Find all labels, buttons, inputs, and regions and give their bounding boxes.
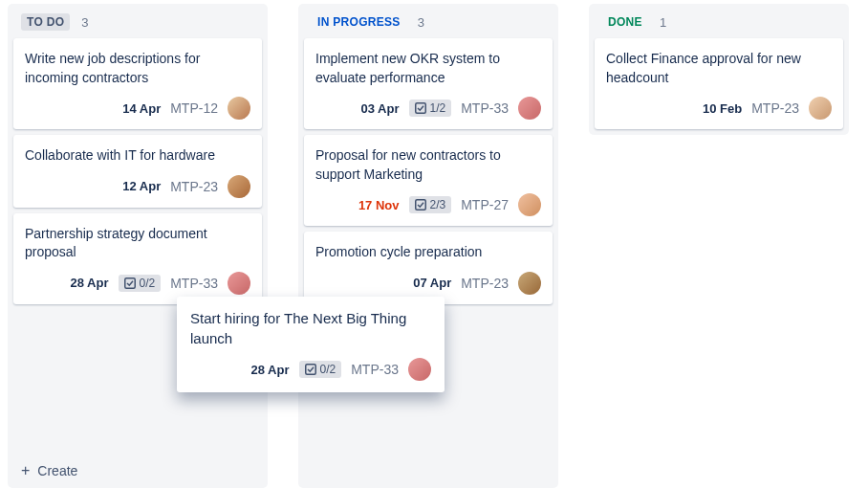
column-header-in-progress: IN PROGRESS 3: [298, 4, 558, 38]
column-header-done: DONE 1: [589, 4, 849, 38]
card[interactable]: Collect Finance approval for new headcou…: [595, 38, 843, 129]
card[interactable]: Proposal for new contractors to support …: [304, 135, 553, 226]
subtask-badge: 0/2: [299, 361, 342, 378]
dragged-card[interactable]: Start hiring for The Next Big Thing laun…: [177, 297, 445, 392]
column-title-in-progress: IN PROGRESS: [312, 13, 406, 31]
card-key: MTP-33: [170, 276, 218, 291]
svg-rect-1: [415, 103, 425, 114]
column-count-in-progress: 3: [418, 15, 424, 30]
card-title: Partnership strategy document proposal: [25, 225, 250, 262]
avatar[interactable]: [518, 193, 541, 216]
checklist-icon: [124, 277, 136, 289]
avatar[interactable]: [518, 97, 541, 120]
subtask-count: 0/2: [320, 363, 336, 376]
column-title-done: DONE: [602, 13, 648, 31]
card-title: Implement new OKR system to evaluate per…: [315, 50, 541, 87]
avatar[interactable]: [408, 358, 431, 381]
cards-todo: Write new job descriptions for incoming …: [8, 38, 268, 310]
column-done: DONE 1 Collect Finance approval for new …: [589, 4, 849, 488]
avatar[interactable]: [518, 272, 541, 295]
card-title: Collect Finance approval for new headcou…: [606, 50, 832, 87]
card-key: MTP-23: [461, 276, 509, 291]
svg-rect-3: [305, 365, 315, 375]
avatar[interactable]: [809, 97, 832, 120]
column-todo: TO DO 3 Write new job descriptions for i…: [8, 4, 268, 488]
card-title: Promotion cycle preparation: [315, 243, 541, 262]
subtask-count: 2/3: [430, 198, 446, 211]
card-footer: 17 Nov 2/3 MTP-27: [315, 193, 541, 216]
avatar[interactable]: [228, 272, 250, 295]
card-date: 28 Apr: [71, 276, 109, 290]
card[interactable]: Promotion cycle preparation 07 Apr MTP-2…: [304, 232, 553, 304]
card-title: Write new job descriptions for incoming …: [25, 50, 250, 87]
card-footer: 12 Apr MTP-23: [25, 175, 250, 198]
plus-icon: +: [21, 463, 30, 478]
card-title: Proposal for new contractors to support …: [315, 146, 541, 184]
card[interactable]: Write new job descriptions for incoming …: [13, 38, 262, 129]
subtask-badge: 1/2: [409, 100, 452, 117]
card-key: MTP-27: [461, 197, 509, 212]
column-in-progress: IN PROGRESS 3 Implement new OKR system t…: [298, 4, 558, 488]
card-date: 03 Apr: [361, 101, 400, 116]
create-button[interactable]: + Create: [8, 454, 268, 488]
card-key: MTP-33: [351, 362, 399, 377]
card-title: Collaborate with IT for hardware: [25, 146, 250, 166]
card-footer: 28 Apr 0/2 MTP-33: [25, 272, 250, 295]
cards-done: Collect Finance approval for new headcou…: [589, 38, 849, 135]
create-label: Create: [37, 463, 77, 478]
card-key: MTP-23: [751, 100, 799, 116]
card[interactable]: Implement new OKR system to evaluate per…: [304, 38, 553, 129]
card-date: 28 Apr: [251, 363, 290, 377]
kanban-board: TO DO 3 Write new job descriptions for i…: [0, 0, 868, 488]
column-count-todo: 3: [81, 15, 88, 30]
card-title: Start hiring for The Next Big Thing laun…: [190, 308, 431, 348]
card-footer: 10 Feb MTP-23: [606, 97, 832, 120]
svg-rect-0: [124, 278, 135, 289]
card-date: 12 Apr: [122, 179, 161, 193]
card[interactable]: Collaborate with IT for hardware 12 Apr …: [13, 135, 262, 208]
subtask-count: 0/2: [140, 277, 156, 290]
card-key: MTP-12: [170, 100, 218, 116]
column-header-todo: TO DO 3: [8, 4, 268, 38]
checklist-icon: [415, 102, 426, 114]
svg-rect-2: [415, 200, 425, 211]
subtask-badge: 0/2: [119, 275, 162, 292]
card-key: MTP-23: [170, 179, 218, 194]
avatar[interactable]: [228, 97, 250, 120]
card-footer: 07 Apr MTP-23: [315, 272, 541, 295]
column-count-done: 1: [660, 15, 666, 30]
checklist-icon: [305, 364, 316, 375]
card-date: 14 Apr: [122, 101, 161, 116]
card-footer: 03 Apr 1/2 MTP-33: [315, 97, 541, 120]
card-date: 17 Nov: [358, 198, 400, 212]
card-key: MTP-33: [461, 100, 509, 116]
avatar[interactable]: [228, 175, 250, 198]
checklist-icon: [415, 199, 426, 211]
card[interactable]: Partnership strategy document proposal 2…: [13, 213, 262, 304]
card-footer: 28 Apr 0/2 MTP-33: [190, 358, 431, 381]
subtask-badge: 2/3: [409, 196, 452, 213]
card-footer: 14 Apr MTP-12: [25, 97, 250, 120]
subtask-count: 1/2: [430, 101, 446, 115]
cards-in-progress: Implement new OKR system to evaluate per…: [298, 38, 558, 310]
column-title-todo: TO DO: [21, 13, 70, 31]
card-date: 07 Apr: [413, 276, 451, 290]
card-date: 10 Feb: [703, 101, 742, 116]
